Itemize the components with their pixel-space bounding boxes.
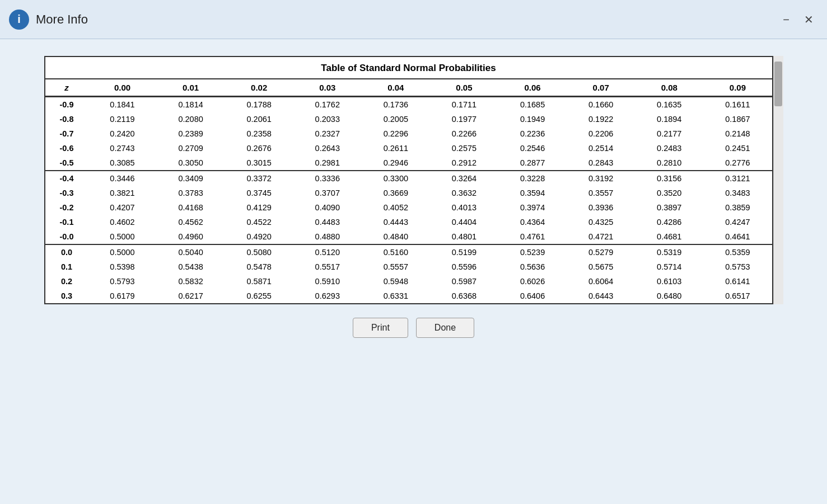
prob-value: 0.2676 — [225, 141, 293, 156]
close-button[interactable]: ✕ — [800, 12, 818, 27]
prob-value: 0.2266 — [430, 126, 498, 141]
prob-value: 0.5359 — [703, 244, 772, 260]
prob-value: 0.1814 — [157, 97, 225, 112]
table-row: -0.60.27430.27090.26760.26430.26110.2575… — [45, 141, 772, 156]
prob-value: 0.2912 — [430, 156, 498, 171]
prob-value: 0.4641 — [703, 229, 772, 244]
z-value: -0.0 — [45, 229, 88, 244]
prob-value: 0.3897 — [635, 200, 703, 215]
z-value: 0.2 — [45, 274, 88, 289]
prob-value: 0.4286 — [635, 215, 703, 229]
table-row: -0.20.42070.41680.41290.40900.40520.4013… — [45, 200, 772, 215]
z-value: -0.3 — [45, 186, 88, 200]
col-header-row: z 0.00 0.01 0.02 0.03 0.04 0.05 0.06 0.0… — [45, 79, 772, 97]
prob-value: 0.2451 — [703, 141, 772, 156]
prob-value: 0.2148 — [703, 126, 772, 141]
prob-value: 0.6026 — [498, 274, 567, 289]
table-row: -0.80.21190.20800.20610.20330.20050.1977… — [45, 112, 772, 126]
prob-value: 0.2546 — [498, 141, 567, 156]
prob-value: 0.4052 — [362, 200, 430, 215]
table-row: -0.90.18410.18140.17880.17620.17360.1711… — [45, 97, 772, 112]
prob-value: 0.2358 — [225, 126, 293, 141]
table-row: -0.30.38210.37830.37450.37070.36690.3632… — [45, 186, 772, 200]
table-row: 0.10.53980.54380.54780.55170.55570.55960… — [45, 260, 772, 274]
window-title: More Info — [36, 12, 88, 27]
prob-value: 0.3300 — [362, 171, 430, 186]
prob-value: 0.6255 — [225, 289, 293, 303]
prob-value: 0.4761 — [498, 229, 567, 244]
prob-value: 0.5000 — [88, 229, 156, 244]
info-icon: i — [9, 10, 29, 30]
prob-value: 0.2776 — [703, 156, 772, 171]
prob-value: 0.1635 — [635, 97, 703, 112]
z-value: -0.9 — [45, 97, 88, 112]
z-value: -0.1 — [45, 215, 88, 229]
prob-value: 0.3557 — [567, 186, 635, 200]
prob-value: 0.3192 — [567, 171, 635, 186]
scrollbar-track[interactable] — [773, 56, 783, 304]
prob-value: 0.4522 — [225, 215, 293, 229]
more-info-window: i More Info − ✕ Table of Standard Normal… — [0, 0, 827, 504]
prob-value: 0.4840 — [362, 229, 430, 244]
prob-value: 0.5319 — [635, 244, 703, 260]
prob-value: 0.2810 — [635, 156, 703, 171]
table-title-row: Table of Standard Normal Probabilities — [45, 57, 772, 79]
done-button[interactable]: Done — [416, 318, 474, 338]
col-header-4: 0.04 — [362, 79, 430, 97]
prob-value: 0.3121 — [703, 171, 772, 186]
prob-value: 0.3859 — [703, 200, 772, 215]
col-header-6: 0.06 — [498, 79, 567, 97]
prob-value: 0.1867 — [703, 112, 772, 126]
minimize-button[interactable]: − — [778, 12, 794, 27]
prob-value: 0.4207 — [88, 200, 156, 215]
scrollbar-thumb[interactable] — [774, 62, 782, 106]
prob-value: 0.2514 — [567, 141, 635, 156]
prob-value: 0.5987 — [430, 274, 498, 289]
prob-value: 0.2177 — [635, 126, 703, 141]
table-wrapper: Table of Standard Normal Probabilities z… — [44, 56, 773, 304]
prob-value: 0.2061 — [225, 112, 293, 126]
z-value: 0.0 — [45, 244, 88, 260]
prob-value: 0.5398 — [88, 260, 156, 274]
table-title: Table of Standard Normal Probabilities — [45, 57, 772, 79]
prob-value: 0.1685 — [498, 97, 567, 112]
prob-value: 0.2119 — [88, 112, 156, 126]
title-bar: i More Info − ✕ — [0, 0, 827, 39]
prob-value: 0.3156 — [635, 171, 703, 186]
prob-value: 0.4364 — [498, 215, 567, 229]
table-row: 0.00.50000.50400.50800.51200.51600.51990… — [45, 244, 772, 260]
prob-value: 0.5871 — [225, 274, 293, 289]
col-header-1: 0.01 — [157, 79, 225, 97]
prob-value: 0.1711 — [430, 97, 498, 112]
prob-value: 0.3821 — [88, 186, 156, 200]
buttons-row: Print Done — [353, 318, 474, 338]
prob-value: 0.3745 — [225, 186, 293, 200]
prob-value: 0.4013 — [430, 200, 498, 215]
prob-value: 0.5910 — [293, 274, 362, 289]
prob-value: 0.5596 — [430, 260, 498, 274]
prob-value: 0.3936 — [567, 200, 635, 215]
table-row: -0.70.24200.23890.23580.23270.22960.2266… — [45, 126, 772, 141]
prob-value: 0.4801 — [430, 229, 498, 244]
prob-value: 0.1762 — [293, 97, 362, 112]
prob-value: 0.6517 — [703, 289, 772, 303]
prob-value: 0.5832 — [157, 274, 225, 289]
prob-value: 0.1977 — [430, 112, 498, 126]
table-row: 0.30.61790.62170.62550.62930.63310.63680… — [45, 289, 772, 303]
prob-value: 0.6141 — [703, 274, 772, 289]
prob-value: 0.5160 — [362, 244, 430, 260]
print-button[interactable]: Print — [353, 318, 408, 338]
prob-value: 0.3520 — [635, 186, 703, 200]
prob-value: 0.4247 — [703, 215, 772, 229]
prob-value: 0.5948 — [362, 274, 430, 289]
prob-value: 0.5080 — [225, 244, 293, 260]
prob-value: 0.5199 — [430, 244, 498, 260]
prob-value: 0.6331 — [362, 289, 430, 303]
prob-value: 0.2981 — [293, 156, 362, 171]
prob-value: 0.5279 — [567, 244, 635, 260]
prob-value: 0.5675 — [567, 260, 635, 274]
prob-value: 0.2946 — [362, 156, 430, 171]
prob-value: 0.1922 — [567, 112, 635, 126]
prob-value: 0.4129 — [225, 200, 293, 215]
prob-value: 0.2236 — [498, 126, 567, 141]
